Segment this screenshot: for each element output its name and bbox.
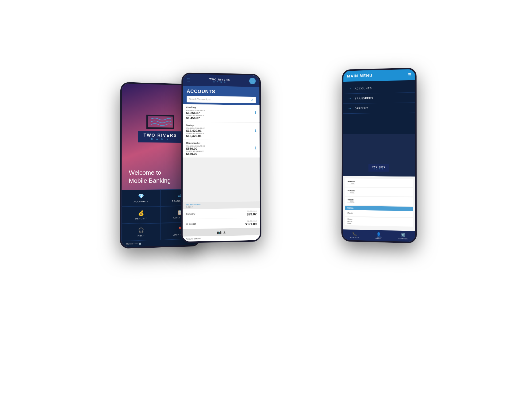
transaction-item-2[interactable]: ck Deposit 02-28-2015 $321.09 — [183, 218, 260, 229]
about-icon: 👤 — [376, 232, 381, 237]
bank-photo: TWO RIVE B A N K — [343, 134, 415, 177]
menu-row-transfers-text: TRANSFERS — [355, 97, 373, 100]
bank-name: TWO RIVERS — [143, 133, 177, 138]
scene: TWO RIVERS B A N K Welcome toMobile Bank… — [102, 35, 431, 364]
account-item-money-market[interactable]: Money Market AVAILABLE BALANCE $550.00 ℹ… — [183, 140, 260, 158]
phone-main-menu: MAIN MENU ☰ → ACCOUNTS → TRANSFERS → DEP… — [341, 68, 417, 243]
footer-fdic: Member FDIC 🏦 — [126, 242, 141, 245]
user-avatar[interactable]: → — [249, 78, 256, 84]
trans-amount-1: $23.82 — [247, 212, 256, 216]
menu-row-accounts[interactable]: → ACCOUNTS — [343, 82, 415, 94]
info-icon-3[interactable]: ℹ — [255, 146, 256, 150]
phone3-acct-2-num: (...4353) — [347, 192, 354, 194]
accounts-screen: ☰ TWO RIVERS B A N K → ACCOUNTS Search T… — [183, 74, 260, 241]
savings-available-amount: $18,420.01 — [186, 129, 255, 133]
hamburger-icon[interactable]: ☰ — [187, 78, 190, 82]
info-icon-2[interactable]: ℹ — [255, 128, 256, 133]
accounts-label: ACCOUNTS — [133, 200, 149, 203]
info-icon-1[interactable]: ℹ — [255, 111, 256, 115]
settings-label: SETTINGS — [398, 238, 408, 240]
balance-row-mm-available: AVAILABLE BALANCE $550.00 ℹ — [186, 145, 256, 151]
savings-current-amount: $18,420.01 — [186, 134, 256, 138]
menu-help[interactable]: 🎧 HELP — [121, 223, 160, 241]
deposit-label: DEPOSIT — [135, 217, 147, 220]
phone3-acct-3-num: (...4321) — [347, 201, 354, 203]
menu-row-accounts-text: ACCOUNTS — [355, 87, 372, 90]
deposit-detail: Amount: $321.09 — [183, 235, 260, 241]
mm-current-amount: $550.00 — [186, 152, 256, 156]
hamburger3-icon[interactable]: ☰ — [408, 73, 411, 77]
phone3-acct-3-info: Vacati (...4321) — [347, 199, 354, 203]
mm-available-col: AVAILABLE BALANCE $550.00 — [186, 145, 255, 151]
bank-photo-inner: TWO RIVE B A N K — [343, 134, 415, 177]
phone3-acct-2-name: Person — [348, 190, 355, 192]
main-menu-title: MAIN MENU — [347, 73, 372, 78]
nav-settings[interactable]: ⚙️ SETTINGS — [391, 230, 415, 242]
nav-contact[interactable]: 📞 CONTACT — [343, 229, 367, 241]
phone3-trans-name: Electi — [347, 212, 353, 214]
account-name-checking: Checking — [186, 106, 256, 109]
transactions-section: Transactions (...1234) — [183, 201, 260, 209]
balance-row-savings-available: AVAILABLE BALANCE $18,420.01 ℹ — [186, 127, 256, 133]
phone3-remo: RemoAcct#:Date: — [345, 217, 413, 227]
main-menu-screen: MAIN MENU ☰ → ACCOUNTS → TRANSFERS → DEP… — [343, 69, 415, 242]
trans-right-1: 03-02-2015 $23.82 — [247, 210, 256, 216]
menu-row-deposit-text: DEPOSIT — [355, 107, 368, 110]
search-bar[interactable]: Search Transactions ⊿ — [187, 96, 256, 103]
mm-available-amount: $550.00 — [186, 147, 255, 151]
current-amount: $1,456.87 — [186, 116, 256, 120]
trans-right-2: 02-28-2015 $321.09 — [245, 220, 256, 226]
phone3-acct-2[interactable]: Person (...4353) — [345, 188, 413, 196]
menu-row-deposit[interactable]: → DEPOSIT — [343, 102, 415, 114]
phone3-trans-item[interactable]: Electi — [345, 210, 413, 217]
phone3-acct-1-num: (...1234) — [348, 183, 355, 185]
menu-deposit[interactable]: 💰 DEPOSIT — [121, 206, 160, 224]
menu-row-transfers-icon: → — [348, 96, 355, 101]
bank-label: B A N K — [143, 138, 177, 141]
filter-icon[interactable]: ⊿ — [251, 98, 253, 102]
bank-sign-top: TWO RIVE — [372, 166, 386, 168]
accounts-bank-top: TWO RIVERS — [209, 78, 230, 81]
savings-available-col: AVAILABLE BALANCE $18,420.01 — [186, 127, 255, 133]
settings-icon: ⚙️ — [401, 233, 405, 237]
account-item-savings[interactable]: Savings AVAILABLE BALANCE $18,420.01 ℹ C… — [183, 122, 259, 140]
mm-current-col: CURRENT BALANCE $550.00 — [186, 151, 256, 156]
phone3-acct-3-name: Vacati — [347, 199, 354, 201]
current-balance-col: CURRENT BALANCE $1,456.87 — [186, 114, 256, 120]
accounts-top-bar: ☰ TWO RIVERS B A N K → — [183, 74, 259, 87]
accounts-bank-bot: B A N K — [209, 81, 230, 83]
savings-current-col: CURRENT BALANCE $18,420.01 — [186, 132, 256, 138]
phone3-acct-1-info: Person (...1234) — [348, 180, 355, 185]
bank-sign-bot: B A N K — [372, 168, 386, 170]
deposit-amount-label: Amount: — [186, 238, 194, 240]
deposit-amount: $321.09 — [194, 238, 200, 240]
menu-row-transfers[interactable]: → TRANSFERS — [343, 92, 415, 104]
trans-name-1: Company — [186, 213, 195, 215]
balance-row-savings-current: CURRENT BALANCE $18,420.01 — [186, 132, 256, 138]
balance-row-checking-available: AVAILABLE BALANCE $1,256.87 ℹ — [186, 109, 256, 115]
balance-row-checking-current: CURRENT BALANCE $1,456.87 — [186, 114, 256, 120]
accounts-title: ACCOUNTS — [187, 89, 256, 95]
nav-about[interactable]: 👤 ABOUT — [367, 230, 391, 241]
accounts-list: Checking AVAILABLE BALANCE $1,256.87 ℹ C… — [183, 104, 260, 202]
phone3-bottom-nav: 📞 CONTACT 👤 ABOUT ⚙️ SETTINGS — [343, 229, 415, 242]
deposit-icon: 💰 — [138, 210, 144, 216]
menu-row-accounts-icon: → — [348, 87, 355, 91]
transaction-item-1[interactable]: Company 03-02-2015 $23.82 — [183, 208, 260, 219]
trans-name-2: ck Deposit — [186, 222, 196, 225]
contact-label: CONTACT — [350, 237, 359, 238]
accounts-header: ACCOUNTS Search Transactions ⊿ — [183, 86, 259, 105]
accounts-bank-name: TWO RIVERS B A N K — [209, 78, 230, 83]
phone3-acct-3[interactable]: Vacati (...4321) — [345, 197, 412, 206]
main-menu-items: → ACCOUNTS → TRANSFERS → DEPOSIT — [343, 80, 415, 134]
menu-accounts[interactable]: 💎 ACCOUNTS — [121, 190, 160, 207]
main-menu-header: MAIN MENU ☰ — [343, 69, 415, 82]
help-icon: 🎧 — [138, 227, 144, 233]
phone3-acct-1[interactable]: Person (...1234) — [345, 178, 413, 187]
waves-logo — [146, 115, 174, 129]
account-name-savings: Savings — [186, 124, 256, 127]
menu-row-deposit-icon: → — [348, 106, 355, 111]
account-item-checking[interactable]: Checking AVAILABLE BALANCE $1,256.87 ℹ C… — [183, 104, 260, 122]
search-placeholder: Search Transactions — [189, 98, 210, 101]
phone3-accounts-panel: Person (...1234) Person (...4353) Vacati… — [343, 176, 415, 231]
